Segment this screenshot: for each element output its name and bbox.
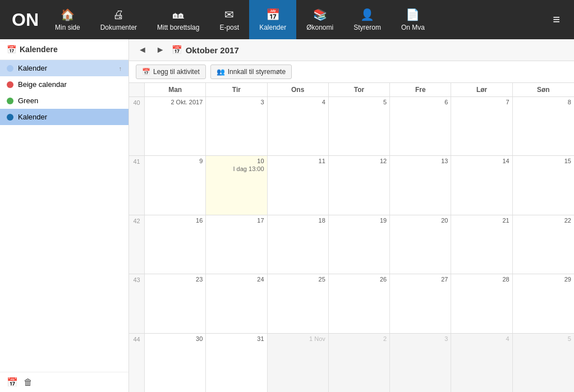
day-cell-w40-d5[interactable]: 7	[451, 97, 512, 155]
nav-on-mva-label: On Mva	[401, 24, 425, 31]
add-activity-label: Legg til aktivitet	[153, 68, 200, 76]
day-cell-w42-d3[interactable]: 19	[329, 215, 390, 274]
calendar-item-beige[interactable]: Beige calendar	[0, 76, 128, 93]
day-cell-w40-d4[interactable]: 6	[390, 97, 451, 155]
day-cell-w41-d2[interactable]: 11	[268, 156, 329, 214]
day-cell-w42-d4[interactable]: 20	[390, 215, 451, 274]
calendar-grid: Man Tir Ons Tor Fre Lør Søn 402 Okt. 201…	[129, 83, 574, 392]
day-num: 4	[270, 99, 325, 105]
day-num: 7	[454, 99, 509, 105]
day-cell-w41-d5[interactable]: 14	[451, 156, 512, 214]
day-num: 11	[270, 158, 325, 164]
nav-styrerom[interactable]: 👤 Styrerom	[343, 0, 391, 39]
day-cell-w44-d3[interactable]: 2	[329, 334, 390, 392]
sidebar-title: Kalendere	[20, 45, 58, 54]
nav-e-post[interactable]: ✉ E-post	[209, 0, 249, 39]
day-cell-w41-d4[interactable]: 13	[390, 156, 451, 214]
day-num: 30	[148, 335, 203, 342]
day-cell-w42-d5[interactable]: 21	[451, 215, 512, 274]
prev-month-button[interactable]: ◄	[136, 44, 149, 56]
week-num-42: 42	[129, 215, 145, 274]
day-cell-w42-d2[interactable]: 18	[268, 215, 329, 274]
header-lor: Lør	[451, 83, 512, 96]
day-cell-w40-d1[interactable]: 3	[206, 97, 267, 155]
day-cell-w40-d0[interactable]: 2 Okt. 2017	[145, 97, 206, 155]
home-icon: 🏠	[61, 8, 75, 21]
day-cell-w43-d3[interactable]: 26	[329, 274, 390, 333]
nav-kalender[interactable]: 📅 Kalender	[249, 0, 296, 39]
day-cell-w43-d1[interactable]: 24	[206, 274, 267, 333]
calendar-area: ◄ ► 📅 Oktober 2017 📅 Legg til aktivitet …	[129, 39, 574, 392]
day-num: 8	[516, 99, 571, 105]
week-row-42: 4216171819202122	[129, 215, 574, 274]
day-cell-w42-d1[interactable]: 17	[206, 215, 267, 274]
day-cell-w43-d6[interactable]: 29	[513, 274, 574, 333]
day-num: 20	[393, 217, 448, 224]
day-num: 10	[209, 158, 264, 164]
day-cell-w44-d6[interactable]: 5	[513, 334, 574, 392]
day-num: 31	[209, 335, 264, 342]
day-cell-w43-d0[interactable]: 23	[145, 274, 206, 333]
color-dot-kalender-bottom	[7, 114, 13, 121]
day-cell-w44-d5[interactable]: 4	[451, 334, 512, 392]
next-month-button[interactable]: ►	[154, 44, 167, 56]
day-cell-w41-d1[interactable]: 10I dag 13:00	[206, 156, 267, 214]
calendar-item-kalender-bottom[interactable]: Kalender	[0, 109, 128, 125]
calendar-action-bar: 📅 Legg til aktivitet 👥 Innkall til styre…	[129, 61, 574, 83]
day-cell-w41-d3[interactable]: 12	[329, 156, 390, 214]
week-row-44: 4430311 Nov2345	[129, 334, 574, 392]
week-row-43: 4323242526272829	[129, 274, 574, 333]
day-cell-w40-d6[interactable]: 8	[513, 97, 574, 155]
nav-dokumenter[interactable]: 🖨 Dokumenter	[90, 0, 147, 39]
day-cell-w44-d4[interactable]: 3	[390, 334, 451, 392]
calendar-label-green: Green	[18, 96, 38, 105]
week-num-44: 44	[129, 334, 145, 392]
header-fre: Fre	[390, 83, 451, 96]
day-cell-w43-d4[interactable]: 27	[390, 274, 451, 333]
color-dot-kalender-top	[7, 65, 13, 72]
hamburger-menu[interactable]: ≡	[544, 12, 568, 27]
day-cell-w41-d6[interactable]: 15	[513, 156, 574, 214]
nav-min-side[interactable]: 🏠 Min side	[45, 0, 90, 39]
day-cell-w42-d0[interactable]: 16	[145, 215, 206, 274]
day-cell-w43-d5[interactable]: 28	[451, 274, 512, 333]
delete-calendar-button[interactable]: 🗑	[24, 377, 33, 388]
top-navigation: ON 🏠 Min side 🖨 Dokumenter 🏘 Mitt borett…	[0, 0, 574, 39]
person-icon: 👤	[360, 8, 374, 21]
day-num: 17	[209, 217, 264, 224]
printer-icon: 🖨	[113, 8, 124, 21]
day-cell-w40-d2[interactable]: 4	[268, 97, 329, 155]
nav-okonomi[interactable]: 📚 Økonomi	[296, 0, 343, 39]
day-cell-w44-d1[interactable]: 31	[206, 334, 267, 392]
nav-mitt-borettslag[interactable]: 🏘 Mitt borettslag	[147, 0, 209, 39]
calendar-item-kalender-top[interactable]: Kalender ↑	[0, 60, 128, 76]
day-num: 4	[454, 335, 509, 342]
day-cell-w41-d0[interactable]: 9	[145, 156, 206, 214]
day-num: 22	[516, 217, 571, 224]
day-num: 28	[454, 276, 509, 283]
calendar-item-green[interactable]: Green	[0, 93, 128, 109]
day-cell-w44-d2[interactable]: 1 Nov	[268, 334, 329, 392]
nav-kalender-label: Kalender	[259, 24, 286, 31]
add-activity-button[interactable]: 📅 Legg til aktivitet	[136, 64, 206, 79]
innkall-button[interactable]: 👥 Innkall til styremøte	[210, 64, 292, 79]
nav-okonomi-label: Økonomi	[306, 24, 333, 31]
day-num: 16	[148, 217, 203, 224]
day-cell-w40-d3[interactable]: 5	[329, 97, 390, 155]
calendar-label-kalender-top: Kalender	[18, 64, 47, 72]
day-num: 23	[148, 276, 203, 283]
week-row-40: 402 Okt. 2017345678	[129, 97, 574, 156]
day-cell-w44-d0[interactable]: 30	[145, 334, 206, 392]
add-activity-icon: 📅	[142, 68, 150, 76]
building-icon: 🏘	[173, 8, 184, 21]
nav-on-mva[interactable]: 📄 On Mva	[391, 0, 435, 39]
day-cell-w42-d6[interactable]: 22	[513, 215, 574, 274]
calendar-nav-icon: 📅	[266, 8, 280, 21]
header-tir: Tir	[206, 83, 267, 96]
day-cell-w43-d2[interactable]: 25	[268, 274, 329, 333]
add-calendar-button[interactable]: 📅	[7, 377, 18, 388]
week-num-41: 41	[129, 156, 145, 214]
header-mon: Man	[145, 83, 206, 96]
day-num: 21	[454, 217, 509, 224]
day-num: 15	[516, 158, 571, 164]
